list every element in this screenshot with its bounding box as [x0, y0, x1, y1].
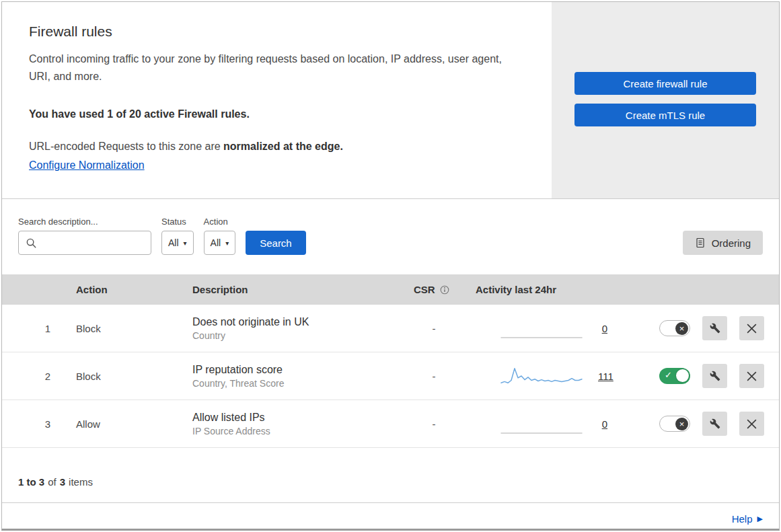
activity-count-link[interactable]: 111 [598, 371, 613, 382]
search-box [18, 231, 151, 255]
rule-activity-cell: 0 [468, 317, 632, 340]
edit-rule-button[interactable] [702, 364, 727, 388]
activity-sparkline [500, 412, 583, 435]
rule-activity-cell: 0 [468, 412, 632, 435]
column-activity: Activity last 24hr [468, 284, 632, 295]
rule-priority: 3 [2, 418, 63, 430]
chevron-right-icon: ▶ [757, 515, 763, 523]
rule-fields: Country [192, 330, 400, 341]
rule-title: IP reputation score [192, 364, 400, 376]
column-description: Description [179, 284, 400, 295]
page: Firewall rules Control incoming traffic … [0, 0, 781, 532]
info-icon[interactable] [440, 285, 449, 295]
ordering-icon [695, 237, 706, 248]
rule-action: Block [63, 323, 179, 334]
edit-rule-button[interactable] [702, 316, 727, 340]
rule-title: Does not originate in UK [192, 316, 400, 328]
action-select[interactable]: All ▾ [204, 231, 236, 255]
delete-rule-button[interactable] [739, 364, 764, 388]
status-select[interactable]: All ▾ [161, 231, 194, 255]
activity-sparkline [500, 365, 583, 387]
help-link[interactable]: Help ▶ [732, 513, 763, 525]
rule-activity-cell: 111 [468, 365, 632, 387]
rule-enabled-toggle[interactable]: ✓ × [659, 320, 690, 336]
hero-actions-panel: Create firewall rule Create mTLS rule [552, 2, 779, 198]
table-row: 1 Block Does not originate in UK Country… [2, 305, 779, 352]
rule-enabled-toggle[interactable]: ✓ × [659, 416, 690, 432]
pagination-items: items [69, 476, 93, 488]
activity-count-link[interactable]: 0 [598, 418, 607, 430]
rule-priority: 1 [2, 323, 63, 334]
search-button[interactable]: Search [246, 231, 306, 255]
table-pagination: 1 to 3 of 3 items [2, 448, 779, 502]
pagination-total: 3 [60, 476, 65, 488]
search-input[interactable] [41, 237, 144, 249]
activity-count-link[interactable]: 0 [598, 323, 607, 334]
rule-csr: - [400, 371, 468, 382]
rule-description-cell: Allow listed IPs IP Source Address [179, 412, 400, 436]
status-field-group: Status All ▾ [161, 217, 194, 255]
column-action: Action [63, 284, 179, 295]
rule-priority: 2 [2, 371, 63, 382]
page-title: Firewall rules [29, 24, 525, 40]
delete-rule-button[interactable] [739, 412, 764, 436]
normalization-bold: normalized at the edge. [223, 141, 343, 152]
action-value: All [211, 237, 221, 248]
csr-label: CSR [414, 284, 435, 295]
rule-controls: ✓ × [632, 412, 779, 436]
ordering-button[interactable]: Ordering [683, 231, 763, 255]
chevron-down-icon: ▾ [184, 239, 187, 247]
x-icon: × [679, 420, 685, 428]
help-bar: Help ▶ [2, 502, 779, 531]
edit-rule-button[interactable] [702, 412, 727, 436]
action-field-group: Action All ▾ [204, 217, 236, 255]
toggle-knob: × [675, 418, 688, 430]
x-icon: × [679, 324, 685, 333]
normalization-note: URL-encoded Requests to this zone are no… [29, 141, 525, 153]
pagination-range: 1 to 3 [18, 476, 44, 488]
rule-title: Allow listed IPs [192, 412, 400, 424]
rule-action: Block [63, 371, 179, 382]
table-row: 2 Block IP reputation score Country, Thr… [2, 352, 779, 400]
table-row: 3 Allow Allow listed IPs IP Source Addre… [2, 400, 779, 448]
hero-section: Firewall rules Control incoming traffic … [2, 2, 779, 199]
toggle-knob: × [676, 369, 689, 382]
normalization-prefix: URL-encoded Requests to this zone are [29, 141, 223, 152]
activity-sparkline [500, 317, 583, 340]
usage-summary: You have used 1 of 20 active Firewall ru… [29, 108, 525, 120]
rule-fields: IP Source Address [192, 426, 400, 436]
table-header: Action Description CSR Activity last 24h… [2, 274, 779, 305]
firewall-rules-card: Firewall rules Control incoming traffic … [1, 1, 780, 531]
chevron-down-icon: ▾ [225, 239, 229, 247]
filter-controls: Search description... Status All ▾ Actio… [18, 217, 306, 255]
search-label: Search description... [18, 217, 151, 227]
check-icon: ✓ [665, 371, 672, 379]
rule-description-cell: IP reputation score Country, Threat Scor… [179, 364, 400, 389]
filter-bar: Search description... Status All ▾ Actio… [2, 199, 779, 274]
rule-enabled-toggle[interactable]: ✓ × [659, 368, 690, 384]
column-csr: CSR [400, 284, 468, 295]
status-value: All [168, 237, 179, 248]
rule-description-cell: Does not originate in UK Country [179, 316, 400, 341]
help-label: Help [732, 513, 753, 525]
rule-controls: ✓ × [632, 316, 779, 340]
search-field-group: Search description... [18, 217, 151, 255]
status-label: Status [161, 217, 194, 227]
page-description: Control incoming traffic to your zone by… [29, 50, 525, 85]
create-firewall-rule-button[interactable]: Create firewall rule [574, 72, 756, 95]
toggle-knob: × [675, 322, 688, 335]
delete-rule-button[interactable] [739, 316, 764, 340]
search-icon [26, 237, 37, 249]
rule-csr: - [400, 418, 468, 430]
create-mtls-rule-button[interactable]: Create mTLS rule [574, 104, 756, 126]
configure-normalization-link[interactable]: Configure Normalization [29, 159, 145, 171]
rule-fields: Country, Threat Score [192, 378, 400, 389]
action-label: Action [204, 217, 236, 227]
ordering-label: Ordering [712, 237, 751, 249]
rule-csr: - [400, 323, 468, 334]
pagination-of: of [48, 476, 57, 488]
hero-content: Firewall rules Control incoming traffic … [2, 2, 552, 198]
rule-controls: ✓ × [632, 364, 779, 388]
rule-action: Allow [63, 418, 179, 430]
